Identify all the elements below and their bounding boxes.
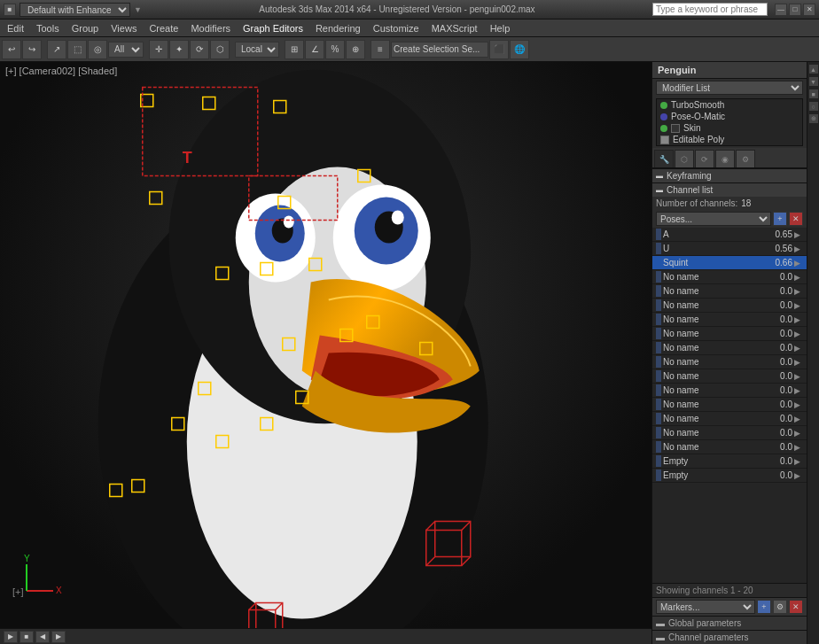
redo-button[interactable]: ↪ [22,40,42,59]
far-right-btn-5[interactable]: ⊕ [808,113,819,124]
channel-row[interactable]: Empty 0.0 ▶ [652,469,807,483]
menu-help[interactable]: Help [485,21,516,35]
viewport-canvas[interactable] [0,62,651,644]
markers-remove-btn[interactable]: ✕ [789,600,803,614]
global-params-row[interactable]: ▬ Global parameters [652,616,807,630]
remove-channel-btn[interactable]: ✕ [789,212,803,226]
far-right-btn-2[interactable]: ▼ [808,76,819,87]
channel-row[interactable]: No name 0.0 ▶ [652,355,807,369]
modifier-checkbox[interactable] [660,136,669,144]
modifier-checkbox[interactable] [671,124,680,133]
select-region[interactable]: ⬚ [67,40,87,59]
menu-customize[interactable]: Customize [368,21,425,35]
channel-toolbar: Poses... + ✕ [652,210,807,228]
close-icon[interactable]: ✕ [803,4,815,16]
tab-modifier[interactable]: 🔧 [654,150,674,167]
channel-row[interactable]: Squint 0.66 ▶ [652,256,807,270]
window-action-icons[interactable]: — □ ✕ [775,4,815,16]
filter-dropdown[interactable]: All [108,42,144,58]
menu-rendering[interactable]: Rendering [310,21,366,35]
far-right-btn-4[interactable]: ○ [808,101,819,112]
markers-dropdown[interactable]: Markers... [656,600,755,614]
snap-toggle[interactable]: ⊞ [285,40,304,59]
minimize-icon[interactable]: — [775,4,787,16]
selection-input[interactable] [391,42,488,58]
keyframing-section[interactable]: ▬ Keyframing [652,168,807,182]
profile-dropdown[interactable]: Default with Enhance [20,3,130,17]
markers-settings-btn[interactable]: ⚙ [773,600,787,614]
select-button[interactable]: ✛ [149,40,168,59]
scale-button[interactable]: ⬡ [210,40,230,59]
channel-row[interactable]: No name 0.0 ▶ [652,313,807,327]
modifier-skin[interactable]: Skin [657,122,802,134]
tab-motion[interactable]: ⟳ [695,150,714,167]
channel-row[interactable]: A 0.65 ▶ [652,228,807,242]
menu-maxscript[interactable]: MAXScript [426,21,483,35]
angle-snap[interactable]: ∠ [305,40,324,59]
search-input[interactable] [652,3,768,16]
channel-row[interactable]: No name 0.0 ▶ [652,412,807,426]
channel-row[interactable]: No name 0.0 ▶ [652,299,807,313]
channel-row[interactable]: No name 0.0 ▶ [652,284,807,299]
channel-row[interactable]: U 0.56 ▶ [652,242,807,256]
env-btn[interactable]: 🌐 [510,40,529,59]
channel-list[interactable]: A 0.65 ▶ U 0.56 ▶ Squint 0.66 ▶ No name … [652,228,807,583]
stop-button[interactable]: ■ [20,631,34,643]
channel-value: 0.0 [761,357,792,367]
channel-side-bar [656,384,661,396]
menu-create[interactable]: Create [144,21,183,35]
channel-row[interactable]: Empty 0.0 ▶ [652,454,807,469]
channel-row[interactable]: No name 0.0 ▶ [652,426,807,440]
menu-tools[interactable]: Tools [31,21,65,35]
channel-row[interactable]: No name 0.0 ▶ [652,398,807,412]
play-button[interactable]: ▶ [4,631,18,643]
next-frame[interactable]: ▶ [51,631,66,643]
channel-row[interactable]: No name 0.0 ▶ [652,384,807,398]
channel-row[interactable]: No name 0.0 ▶ [652,341,807,355]
channel-row[interactable]: No name 0.0 ▶ [652,270,807,284]
add-channel-btn[interactable]: + [773,212,787,226]
channel-value: 0.0 [761,414,792,423]
maximize-icon[interactable]: □ [789,4,801,16]
tab-utilities[interactable]: ⚙ [736,150,755,167]
menu-modifiers[interactable]: Modifiers [185,21,236,35]
modifier-editable-poly[interactable]: Editable Poly [657,134,802,145]
channel-row[interactable]: No name 0.0 ▶ [652,369,807,384]
global-params-label: Global parameters [668,618,741,628]
modifier-poseomatic[interactable]: Pose-O-Matic [657,111,802,122]
channel-name: No name [663,286,761,296]
markers-add-btn[interactable]: + [757,600,771,614]
channel-row[interactable]: No name 0.0 ▶ [652,440,807,454]
viewport[interactable]: [+] [Camera002] [Shaded] ▶ ■ ◀ ▶ [0,62,651,644]
tab-hierarchy[interactable]: ⬡ [675,150,694,167]
poses-dropdown[interactable]: Poses... [656,212,771,226]
menu-graph-editors[interactable]: Graph Editors [238,21,308,35]
undo-button[interactable]: ↩ [2,40,21,59]
move-button[interactable]: ✦ [169,40,189,59]
layer-btn[interactable]: ≡ [370,40,390,59]
channel-name: No name [663,442,761,452]
menu-group[interactable]: Group [66,21,105,35]
tab-display[interactable]: ◉ [715,150,735,167]
channel-params-row[interactable]: ▬ Channel parameters [652,630,807,644]
channel-side-bar [656,257,661,268]
render-btn[interactable]: ⬛ [489,40,509,59]
rotate-button[interactable]: ⟳ [190,40,209,59]
channel-row[interactable]: No name 0.0 ▶ [652,327,807,341]
window-controls[interactable]: ■ [4,4,16,16]
select-tool[interactable]: ↗ [47,40,66,59]
spinner-snap[interactable]: ⊕ [346,40,365,59]
dropdown-arrow[interactable]: ▼ [134,5,142,14]
menu-edit[interactable]: Edit [2,21,29,35]
prev-frame[interactable]: ◀ [35,631,50,643]
reference-dropdown[interactable]: Local [235,42,279,58]
lasso-select[interactable]: ◎ [88,40,107,59]
menu-views[interactable]: Views [105,21,142,35]
app-icon: ■ [4,4,16,16]
far-right-btn-1[interactable]: ▲ [808,64,819,74]
far-right-btn-3[interactable]: ■ [808,89,819,99]
percent-snap[interactable]: % [325,40,345,59]
modifier-turboslm[interactable]: TurboSmooth [657,99,802,111]
channel-list-section[interactable]: ▬ Channel list [652,182,807,197]
modifier-list-dropdown[interactable]: Modifier List [656,81,803,95]
